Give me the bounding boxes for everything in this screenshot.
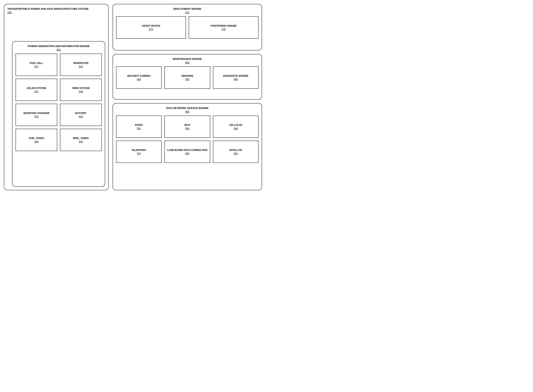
security-camera-box: SECURITY CAMERA 563: [116, 66, 162, 89]
deployment-title: DEPLOYMENT ENGINE: [116, 7, 259, 11]
satellite-number: 545: [234, 152, 238, 155]
cellular-box: CELLULAR 548: [213, 116, 259, 138]
maintenance-title: MAINTENANCE ENGINE: [116, 57, 259, 61]
diagnostic-engine-number: 569: [234, 78, 238, 81]
generator-box: GENERATOR 524: [60, 54, 102, 76]
wifi-box: WI-FI 554: [164, 116, 210, 138]
wind-system-number: 530: [79, 90, 83, 93]
generator-number: 524: [79, 65, 83, 68]
diagnostic-engine-box: DIAGNOSTIC ENGINE 569: [213, 66, 259, 89]
wind-system-label: WIND SYSTEM: [72, 87, 89, 90]
main-container: TRANSPORTABLE POWER AND DATA INFRASTRUCT…: [4, 4, 109, 190]
sensors-number: 566: [185, 78, 190, 81]
telephony-number: 557: [137, 152, 141, 155]
positioning-engine-box: POSITIONING ENGINE 575: [189, 16, 259, 39]
generator-label: GENERATOR: [73, 61, 88, 65]
positioning-engine-number: 575: [222, 28, 226, 31]
wifi-number: 554: [185, 127, 190, 130]
maintenance-grid: SECURITY CAMERA 563 SENSORS 566 DIAGNOST…: [116, 66, 259, 89]
deployment-number: 515: [116, 11, 259, 14]
satellite-label: SATELLITE: [229, 149, 242, 152]
cellular-number: 548: [234, 127, 238, 130]
inverter-charger-box: INVERTER/ CHARGER 533: [15, 104, 57, 126]
fuel-tanks-box: FUEL TANKS 539: [15, 129, 57, 151]
telephony-box: TELEPHONY 557: [116, 140, 162, 163]
power-gen-title: POWER GENERATION AND DISTRIBUTION ENGINE: [15, 45, 102, 48]
data-network-title: DATA NETWORK SERVICE ENGINE: [116, 107, 259, 110]
diagram: TRANSPORTABLE POWER AND DATA INFRASTRUCT…: [0, 0, 267, 196]
battery-label: BATTERY: [75, 112, 87, 115]
deployment-grid: ASSIST DEVICE 572 POSITIONING ENGINE 575: [116, 16, 259, 39]
right-panel: DEPLOYMENT ENGINE 515 ASSIST DEVICE 572 …: [113, 4, 262, 190]
wifi-label: WI-FI: [184, 123, 190, 126]
solar-system-number: 527: [34, 90, 38, 93]
fuel-tanks-number: 539: [34, 140, 38, 143]
cellular-label: CELLULAR: [229, 123, 242, 126]
power-gen-grid: FUEL CELL 521 GENERATOR 524 SOLAR SYSTEM…: [15, 54, 102, 151]
sensors-label: SENSORS: [181, 74, 193, 77]
deployment-engine-container: DEPLOYMENT ENGINE 515 ASSIST DEVICE 572 …: [113, 4, 262, 51]
data-network-number: 506: [116, 110, 259, 113]
land-based-label: LAND-BASED DATA CONNECTION: [167, 149, 207, 152]
solar-system-box: SOLAR SYSTEM 527: [15, 79, 57, 101]
data-network-grid: RADIO 551 WI-FI 554 CELLULAR 548 TELEPHO…: [116, 116, 259, 163]
sensors-box: SENSORS 566: [164, 66, 210, 89]
main-title: TRANSPORTABLE POWER AND DATA INFRASTRUCT…: [7, 7, 105, 11]
maintenance-number: 509: [116, 61, 259, 64]
satellite-box: SATELLITE 545: [213, 140, 259, 163]
battery-box: BATTERY 536: [60, 104, 102, 126]
positioning-engine-label: POSITIONING ENGINE: [211, 24, 236, 27]
diagnostic-engine-label: DIAGNOSTIC ENGINE: [223, 74, 248, 77]
wind-system-box: WIND SYSTEM 530: [60, 79, 102, 101]
misc-tanks-label: MISC. TANKS: [73, 137, 88, 140]
data-network-engine-container: DATA NETWORK SERVICE ENGINE 506 RADIO 55…: [113, 103, 262, 190]
fuel-cell-label: FUEL CELL: [30, 61, 43, 65]
inverter-charger-label: INVERTER/ CHARGER: [23, 112, 49, 115]
misc-tanks-number: 542: [79, 140, 83, 143]
assist-device-label: ASSIST DEVICE: [142, 24, 160, 27]
telephony-label: TELEPHONY: [131, 149, 146, 152]
main-number: 500: [7, 11, 105, 14]
maintenance-engine-container: MAINTENANCE ENGINE 509 SECURITY CAMERA 5…: [113, 54, 262, 100]
solar-system-label: SOLAR SYSTEM: [27, 87, 46, 90]
fuel-cell-box: FUEL CELL 521: [15, 54, 57, 76]
land-based-box: LAND-BASED DATA CONNECTION 560: [164, 140, 210, 163]
power-gen-number: 503: [15, 48, 102, 51]
radio-number: 551: [137, 127, 141, 130]
assist-device-number: 572: [149, 28, 153, 31]
fuel-cell-number: 521: [34, 65, 38, 68]
misc-tanks-box: MISC. TANKS 542: [60, 129, 102, 151]
land-based-number: 560: [185, 152, 190, 155]
inverter-charger-number: 533: [34, 115, 38, 118]
assist-device-box: ASSIST DEVICE 572: [116, 16, 186, 39]
battery-number: 536: [79, 115, 83, 118]
fuel-tanks-label: FUEL TANKS: [29, 137, 44, 140]
power-gen-container: POWER GENERATION AND DISTRIBUTION ENGINE…: [12, 41, 105, 187]
security-camera-label: SECURITY CAMERA: [127, 74, 151, 77]
radio-box: RADIO 551: [116, 116, 162, 138]
radio-label: RADIO: [135, 123, 143, 126]
security-camera-number: 563: [137, 78, 141, 81]
